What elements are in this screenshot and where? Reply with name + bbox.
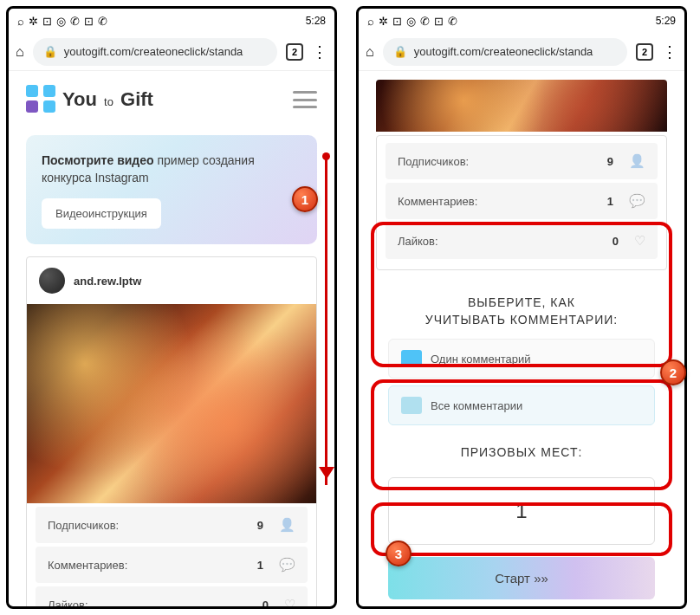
home-icon[interactable]: ⌂ — [16, 44, 24, 60]
browser-menu-icon[interactable]: ⋮ — [312, 42, 327, 62]
camera-icon: ◎ — [56, 15, 66, 28]
tab-count[interactable]: 2 — [636, 43, 653, 61]
status-icons-left: ⌕ ✲ ⊡ ◎ ✆ ⊡ ✆ — [367, 15, 457, 28]
status-time: 5:29 — [656, 15, 676, 27]
stat-value: 1 — [607, 195, 613, 208]
home-icon[interactable]: ⌂ — [366, 44, 374, 60]
tab-count[interactable]: 2 — [286, 43, 303, 61]
browser-bar: ⌂ 🔒 youtogift.com/createoneclick/standa … — [9, 33, 334, 71]
stat-value: 0 — [262, 599, 269, 606]
search-icon: ⌕ — [17, 15, 24, 28]
logo-text-post: Gift — [120, 88, 153, 110]
video-instruction-button[interactable]: Видеоинструкция — [42, 198, 161, 229]
content-left: You to Gift Посмотрите видео пример созд… — [9, 71, 334, 606]
chevron-right-icon: »» — [534, 571, 548, 586]
title-line: ВЫБЕРИТЕ, КАК — [468, 295, 575, 309]
start-button[interactable]: Старт »» — [388, 557, 655, 599]
comment-icon: 💬 — [279, 557, 295, 572]
url-text: youtogift.com/createoneclick/standa — [414, 45, 593, 58]
title-line: УЧИТЫВАТЬ КОММЕНТАРИИ: — [425, 313, 618, 327]
flower-icon: ✲ — [29, 15, 38, 28]
post-card: and.rew.lptw Подписчиков: 9👤 Комментарие… — [26, 256, 317, 606]
hamburger-menu-icon[interactable] — [293, 91, 317, 108]
person-icon: 👤 — [279, 517, 295, 532]
flower-icon: ✲ — [379, 15, 388, 28]
avatar[interactable] — [39, 268, 65, 294]
stat-label: Подписчиков: — [48, 519, 119, 532]
phone-icon: ✆ — [448, 15, 457, 28]
post-image[interactable] — [27, 304, 316, 503]
option-one-comment[interactable]: Один комментарий — [388, 339, 655, 379]
stat-value: 9 — [607, 155, 613, 168]
viber-icon: ✆ — [70, 15, 80, 28]
option-label: Один комментарий — [431, 353, 531, 366]
url-text: youtogift.com/createoneclick/standa — [64, 45, 243, 58]
status-icons-left: ⌕ ✲ ⊡ ◎ ✆ ⊡ ✆ — [17, 15, 107, 28]
post-image-small — [376, 80, 667, 132]
stat-value: 9 — [257, 519, 263, 532]
stat-label: Лайков: — [398, 235, 438, 248]
person-icon: 👤 — [629, 153, 645, 168]
promo-text: Посмотрите видео пример создания конкурс… — [42, 152, 301, 186]
annotation-badge-3: 3 — [386, 541, 412, 566]
lock-icon: 🔒 — [393, 45, 407, 58]
status-bar: ⌕ ✲ ⊡ ◎ ✆ ⊡ ✆ 5:29 — [359, 9, 684, 33]
browser-menu-icon[interactable]: ⋮ — [662, 42, 677, 62]
start-label: Старт — [495, 571, 530, 586]
camera-icon: ◎ — [406, 15, 416, 28]
stat-likes: Лайков: 0♡ — [36, 586, 308, 606]
annotation-arrow-icon — [325, 156, 327, 485]
heart-icon: ♡ — [284, 597, 295, 606]
logo-text-mid: to — [104, 95, 113, 108]
promo-bold: Посмотрите видео — [42, 153, 154, 167]
mail-icon: ⊡ — [42, 15, 52, 28]
browser-bar: ⌂ 🔒 youtogift.com/createoneclick/standa … — [359, 33, 684, 71]
all-comments-icon — [401, 397, 422, 414]
annotation-badge-1: 1 — [292, 186, 318, 212]
site-header: You to Gift — [9, 71, 334, 128]
logo-text-pre: You — [62, 88, 97, 110]
prize-section: ПРИЗОВЫХ МЕСТ: — [376, 432, 667, 545]
section-title-prizes: ПРИЗОВЫХ МЕСТ: — [376, 432, 667, 472]
post-header: and.rew.lptw — [27, 257, 316, 304]
stat-subscribers: Подписчиков: 9👤 — [386, 143, 658, 179]
screen-left: ⌕ ✲ ⊡ ◎ ✆ ⊡ ✆ 5:28 ⌂ 🔒 youtogift.com/cre… — [6, 6, 337, 609]
stat-value: 0 — [612, 235, 619, 248]
chat-icon: ⊡ — [84, 15, 94, 28]
comment-icon: 💬 — [629, 193, 645, 208]
url-box[interactable]: 🔒 youtogift.com/createoneclick/standa — [33, 38, 277, 66]
stat-comments: Комментариев: 1💬 — [36, 547, 308, 583]
section-title-comments: ВЫБЕРИТЕ, КАК УЧИТЫВАТЬ КОММЕНТАРИИ: — [376, 282, 667, 339]
screen-right: ⌕ ✲ ⊡ ◎ ✆ ⊡ ✆ 5:29 ⌂ 🔒 youtogift.com/cre… — [356, 6, 687, 609]
stat-likes: Лайков: 0♡ — [386, 223, 658, 259]
stat-value: 1 — [257, 559, 263, 572]
option-all-comments[interactable]: Все комментарии — [388, 385, 655, 425]
content-right: Подписчиков: 9👤 Комментариев: 1💬 Лайков:… — [359, 71, 684, 606]
prize-count-input[interactable] — [388, 477, 655, 545]
heart-icon: ♡ — [634, 233, 645, 248]
annotation-badge-2: 2 — [660, 359, 686, 385]
stat-label: Лайков: — [48, 599, 88, 606]
phone-icon: ✆ — [98, 15, 107, 28]
stat-comments: Комментариев: 1💬 — [386, 183, 658, 219]
comment-mode-section: ВЫБЕРИТЕ, КАК УЧИТЫВАТЬ КОММЕНТАРИИ: Оди… — [376, 282, 667, 425]
stats-wrap: Подписчиков: 9👤 Комментариев: 1💬 Лайков:… — [376, 135, 667, 270]
stat-subscribers: Подписчиков: 9👤 — [36, 507, 308, 543]
logo-icon — [26, 85, 55, 114]
username[interactable]: and.rew.lptw — [74, 275, 141, 288]
stat-label: Комментариев: — [398, 195, 477, 208]
mail-icon: ⊡ — [392, 15, 402, 28]
stat-label: Комментариев: — [48, 559, 127, 572]
url-box[interactable]: 🔒 youtogift.com/createoneclick/standa — [383, 38, 627, 66]
status-bar: ⌕ ✲ ⊡ ◎ ✆ ⊡ ✆ 5:28 — [9, 9, 334, 33]
single-comment-icon — [401, 350, 422, 367]
search-icon: ⌕ — [367, 15, 374, 28]
status-time: 5:28 — [306, 15, 326, 27]
viber-icon: ✆ — [420, 15, 430, 28]
site-logo[interactable]: You to Gift — [26, 85, 153, 114]
chat-icon: ⊡ — [434, 15, 444, 28]
option-label: Все комментарии — [431, 399, 522, 412]
promo-card: Посмотрите видео пример создания конкурс… — [26, 135, 317, 244]
lock-icon: 🔒 — [43, 45, 57, 58]
stat-label: Подписчиков: — [398, 155, 469, 168]
